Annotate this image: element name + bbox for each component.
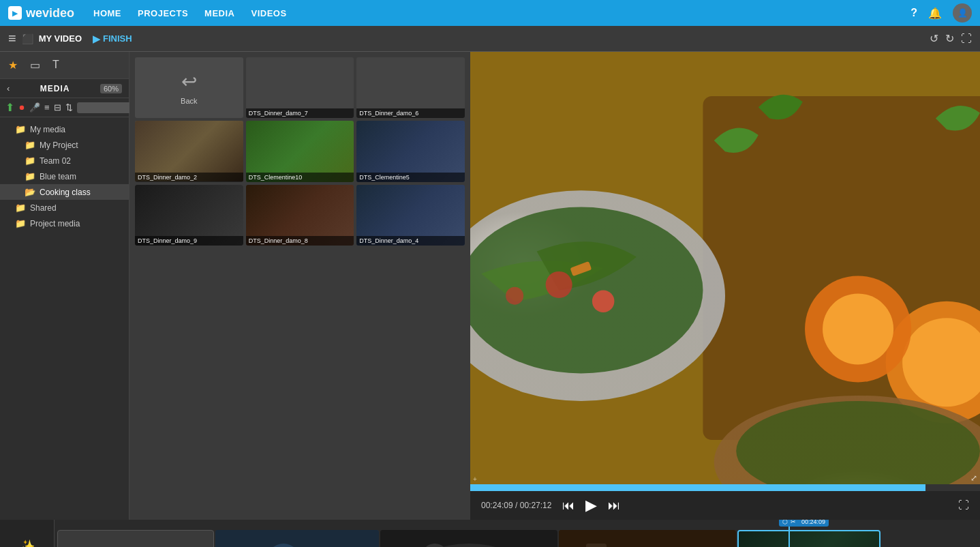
upload-button[interactable]: ⬆ bbox=[5, 101, 14, 114]
svg-point-12 bbox=[546, 271, 572, 298]
folder-cooking-class[interactable]: 📂 Cooking class bbox=[0, 184, 129, 200]
tab-media[interactable]: ▭ bbox=[27, 56, 43, 74]
timeline-clip-dinner4[interactable]: DTS_Dinner_damo_4 00:05.480 bbox=[215, 530, 379, 547]
clip-svg bbox=[559, 530, 736, 547]
project-icon: ⬛ bbox=[22, 33, 33, 44]
timeline-panel: ✨ ♪ 🎤 ⬡ ✂ 00:24:09 Title Title Text 00:0… bbox=[0, 520, 980, 547]
timeline-left: ✨ ♪ 🎤 bbox=[0, 520, 55, 547]
player-fullscreen-button[interactable]: ⛶ bbox=[958, 499, 969, 512]
back-label: Back bbox=[181, 97, 197, 105]
folder-label: Project media bbox=[30, 219, 80, 228]
media-thumb-dinner9[interactable]: DTS_Dinner_damo_9 bbox=[135, 185, 243, 246]
nav-home[interactable]: HOME bbox=[93, 8, 121, 18]
nav-projects[interactable]: PROJECTS bbox=[138, 8, 188, 18]
media-grid-panel: ↩ Back DTS_Dinner_damo_7 DTS_Dinner_damo… bbox=[129, 52, 470, 520]
folder-my-project[interactable]: 📁 My Project bbox=[0, 137, 129, 153]
magic-icon[interactable]: ✨ bbox=[20, 539, 35, 548]
media-thumb-clementine10[interactable]: DTS_Clementine10 bbox=[246, 121, 354, 181]
clip-svg bbox=[215, 530, 379, 547]
scrubber-progress bbox=[470, 484, 924, 491]
folder-team02[interactable]: 📁 Team 02 bbox=[0, 153, 129, 168]
toolbar-bar: ≡ ⬛ MY VIDEO ▶ FINISH ↺ ↻ ⛶ bbox=[0, 26, 980, 52]
list-view-button[interactable]: ≡ bbox=[44, 102, 50, 113]
top-navigation: ▶ wevideo HOME PROJECTS MEDIA VIDEOS ? 🔔… bbox=[0, 0, 980, 26]
left-panel: ★ ▭ T ‹ MEDIA 60% ⬆ ⏺ 🎤 ≡ ⊟ ⇅ 🔍 📁 My med… bbox=[0, 52, 129, 520]
media-thumb-dinner2[interactable]: DTS_Dinner_damo_2 bbox=[135, 121, 243, 181]
microphone-button[interactable]: 🎤 bbox=[29, 102, 40, 113]
media-thumb-dinner7[interactable]: DTS_Dinner_damo_7 bbox=[246, 57, 354, 118]
next-button[interactable]: ⏭ bbox=[608, 499, 620, 513]
video-controls: 00:24:09 / 00:27:12 ⏮ ▶ ⏭ ⛶ bbox=[470, 491, 980, 520]
folder-icon: 📁 bbox=[15, 203, 26, 213]
menu-button[interactable]: ≡ bbox=[8, 31, 16, 46]
thumb-label: DTS_Dinner_damo_8 bbox=[246, 236, 354, 246]
folder-label: Blue team bbox=[40, 172, 76, 181]
finish-icon: ▶ bbox=[93, 33, 100, 44]
folder-label: Cooking class bbox=[40, 188, 91, 197]
undo-button[interactable]: ↺ bbox=[930, 32, 938, 45]
media-thumb-dinner8[interactable]: DTS_Dinner_damo_8 bbox=[246, 185, 354, 246]
expand-button[interactable]: ⤢ bbox=[970, 473, 977, 483]
timeline-clip-dinner7[interactable]: ⬡ ✂ 00:24:09 ✏ FX 🗑 ◀ ▶ DTS_Dinner_damo_… bbox=[737, 530, 881, 547]
thumb-label: DTS_Dinner_damo_9 bbox=[135, 236, 243, 246]
timeline-clip-title[interactable]: Title Title Text 00:05.000 bbox=[57, 530, 214, 547]
media-header: ‹ MEDIA 60% bbox=[0, 79, 129, 98]
folder-blue-team[interactable]: 📁 Blue team bbox=[0, 168, 129, 184]
nav-media[interactable]: MEDIA bbox=[204, 8, 234, 18]
folder-icon: 📁 bbox=[15, 124, 26, 134]
timeline-clip-dinner8[interactable]: DTS_Dinner_damo_8 00:06.000 bbox=[559, 530, 736, 547]
playhead-badge: ⬡ ✂ 00:24:09 bbox=[779, 520, 829, 527]
finish-label: FINISH bbox=[103, 33, 132, 44]
svg-point-8 bbox=[823, 293, 893, 364]
clip-preview bbox=[380, 530, 557, 547]
filter-button[interactable]: ⊟ bbox=[54, 102, 61, 113]
folder-icon: 📁 bbox=[25, 171, 35, 181]
shield-icon: ⬡ bbox=[782, 520, 788, 525]
media-toolbar: ⬆ ⏺ 🎤 ≡ ⊟ ⇅ 🔍 bbox=[0, 98, 129, 117]
notifications-button[interactable]: 🔔 bbox=[928, 7, 942, 20]
thumb-label: DTS_Dinner_damo_7 bbox=[246, 108, 354, 118]
tab-text[interactable]: T bbox=[50, 56, 62, 74]
title-clip-text: Title bbox=[58, 531, 213, 547]
folder-my-media[interactable]: 📁 My media bbox=[0, 121, 129, 137]
sort-button[interactable]: ⇅ bbox=[65, 102, 73, 113]
back-thumb[interactable]: ↩ Back bbox=[135, 57, 243, 118]
record-button[interactable]: ⏺ bbox=[18, 104, 25, 111]
scissors-icon: ✂ bbox=[791, 520, 796, 525]
video-content bbox=[470, 52, 980, 484]
clip-svg bbox=[380, 530, 557, 547]
media-percent: 60% bbox=[100, 84, 122, 93]
finish-button[interactable]: ▶ FINISH bbox=[93, 33, 132, 44]
video-corner-mark: + bbox=[473, 475, 477, 483]
video-preview-panel: + ⤢ 00:24:09 / 00:27:12 ⏮ ▶ ⏭ ⛶ bbox=[470, 52, 980, 520]
logo-play-icon: ▶ bbox=[8, 6, 22, 20]
app-logo[interactable]: ▶ wevideo bbox=[8, 6, 74, 20]
thumb-label: DTS_Clementine10 bbox=[246, 173, 354, 182]
user-avatar[interactable]: 👤 bbox=[953, 3, 972, 23]
nav-videos[interactable]: VIDEOS bbox=[251, 8, 287, 18]
redo-button[interactable]: ↻ bbox=[945, 32, 954, 45]
media-thumb-dinner4[interactable]: DTS_Dinner_damo_4 bbox=[356, 185, 465, 246]
left-panel-tabs: ★ ▭ T bbox=[0, 52, 129, 79]
folder-label: My Project bbox=[40, 141, 78, 150]
prev-button[interactable]: ⏮ bbox=[562, 499, 575, 513]
help-button[interactable]: ? bbox=[910, 7, 917, 19]
nav-right: ? 🔔 👤 bbox=[910, 3, 972, 23]
media-thumb-dinner6[interactable]: DTS_Dinner_damo_6 bbox=[356, 57, 465, 118]
tab-starred[interactable]: ★ bbox=[5, 56, 20, 74]
thumb-label: DTS_Dinner_damo_4 bbox=[356, 236, 465, 246]
folder-project-media[interactable]: 📁 Project media bbox=[0, 216, 129, 231]
svg-point-14 bbox=[506, 287, 523, 305]
fullscreen-button[interactable]: ⛶ bbox=[961, 33, 972, 45]
folder-icon: 📁 bbox=[25, 156, 35, 166]
play-button[interactable]: ▶ bbox=[585, 497, 597, 514]
media-back-arrow[interactable]: ‹ bbox=[7, 83, 10, 93]
media-thumb-clementine5[interactable]: DTS_Clementine5 bbox=[356, 121, 465, 181]
timeline-playhead: ⬡ ✂ 00:24:09 bbox=[788, 520, 790, 547]
timeline-clip-dinner9[interactable]: DTS_Dinner_damo_9 00:06.000 bbox=[380, 530, 557, 547]
folder-tree: 📁 My media 📁 My Project 📁 Team 02 📁 Blue… bbox=[0, 117, 129, 520]
folder-open-icon: 📂 bbox=[25, 187, 35, 197]
video-frame: + ⤢ bbox=[470, 52, 980, 484]
folder-shared[interactable]: 📁 Shared bbox=[0, 200, 129, 216]
video-scrubber[interactable] bbox=[470, 484, 980, 491]
